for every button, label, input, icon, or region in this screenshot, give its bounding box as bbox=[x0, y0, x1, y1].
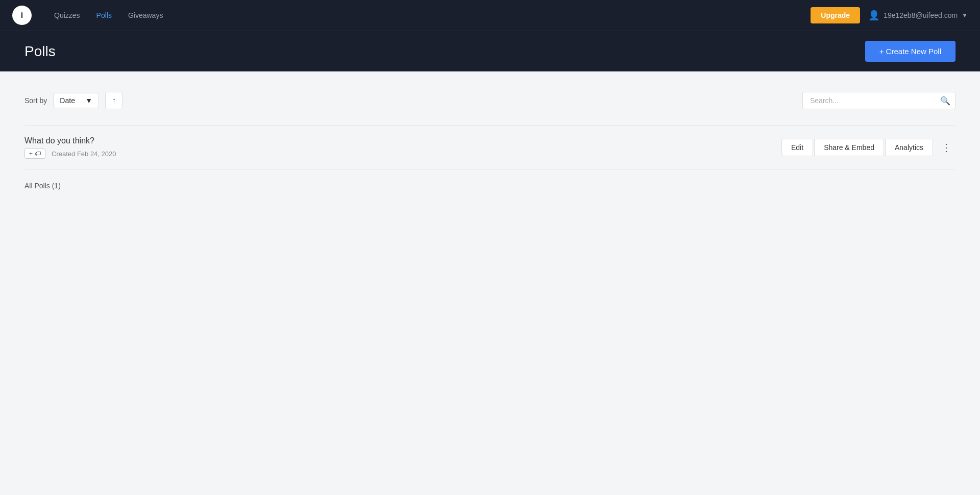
nav-item-giveaways[interactable]: Giveaways bbox=[122, 7, 169, 23]
sort-select-container[interactable]: Date Name ▼ bbox=[53, 93, 99, 108]
more-options-button[interactable]: ⋮ bbox=[937, 139, 955, 156]
create-new-poll-button[interactable]: + Create New Poll bbox=[865, 41, 955, 62]
logo[interactable]: i bbox=[12, 6, 32, 25]
sort-select[interactable]: Date Name bbox=[60, 96, 81, 105]
main-nav: Quizzes Polls Giveaways bbox=[48, 7, 169, 23]
header: i Quizzes Polls Giveaways Upgrade 👤 19e1… bbox=[0, 0, 980, 31]
page-title: Polls bbox=[24, 43, 56, 60]
search-input[interactable] bbox=[802, 92, 955, 109]
poll-actions: Edit Share & Embed Analytics ⋮ bbox=[781, 139, 955, 156]
poll-created-date: Created Feb 24, 2020 bbox=[52, 150, 116, 158]
main-content: Sort by Date Name ▼ ↑ 🔍 What do you thin… bbox=[0, 71, 980, 210]
nav-item-polls[interactable]: Polls bbox=[90, 7, 118, 23]
share-embed-button[interactable]: Share & Embed bbox=[814, 139, 884, 156]
tag-icon: 🏷 bbox=[35, 150, 41, 157]
header-right: Upgrade 👤 19e12eb8@uifeed.com ▼ bbox=[811, 7, 968, 23]
user-icon: 👤 bbox=[868, 10, 879, 21]
sort-direction-button[interactable]: ↑ bbox=[105, 92, 122, 109]
nav-item-quizzes[interactable]: Quizzes bbox=[48, 7, 86, 23]
logo-icon: i bbox=[21, 11, 23, 20]
page-header: Polls + Create New Poll bbox=[0, 31, 980, 71]
sort-label: Sort by bbox=[24, 96, 47, 105]
search-container: 🔍 bbox=[802, 92, 955, 109]
all-polls-count: All Polls (1) bbox=[24, 182, 955, 190]
polls-list: What do you think? + 🏷 Created Feb 24, 2… bbox=[24, 126, 955, 169]
search-icon: 🔍 bbox=[940, 96, 950, 105]
edit-button[interactable]: Edit bbox=[781, 139, 813, 156]
poll-info: What do you think? + 🏷 Created Feb 24, 2… bbox=[24, 136, 781, 159]
user-menu[interactable]: 👤 19e12eb8@uifeed.com ▼ bbox=[868, 10, 968, 21]
upgrade-button[interactable]: Upgrade bbox=[811, 7, 860, 23]
poll-meta: + 🏷 Created Feb 24, 2020 bbox=[24, 148, 781, 159]
poll-title: What do you think? bbox=[24, 136, 781, 145]
analytics-button[interactable]: Analytics bbox=[885, 139, 933, 156]
search-button[interactable]: 🔍 bbox=[940, 96, 950, 106]
more-icon: ⋮ bbox=[941, 142, 951, 153]
chevron-down-icon: ▼ bbox=[962, 12, 968, 19]
sort-bar: Sort by Date Name ▼ ↑ 🔍 bbox=[24, 92, 955, 109]
user-email: 19e12eb8@uifeed.com bbox=[884, 11, 958, 19]
select-chevron-icon: ▼ bbox=[85, 96, 92, 105]
add-tag-icon: + bbox=[29, 150, 33, 157]
add-tag-button[interactable]: + 🏷 bbox=[24, 148, 45, 159]
poll-item: What do you think? + 🏷 Created Feb 24, 2… bbox=[24, 126, 955, 169]
